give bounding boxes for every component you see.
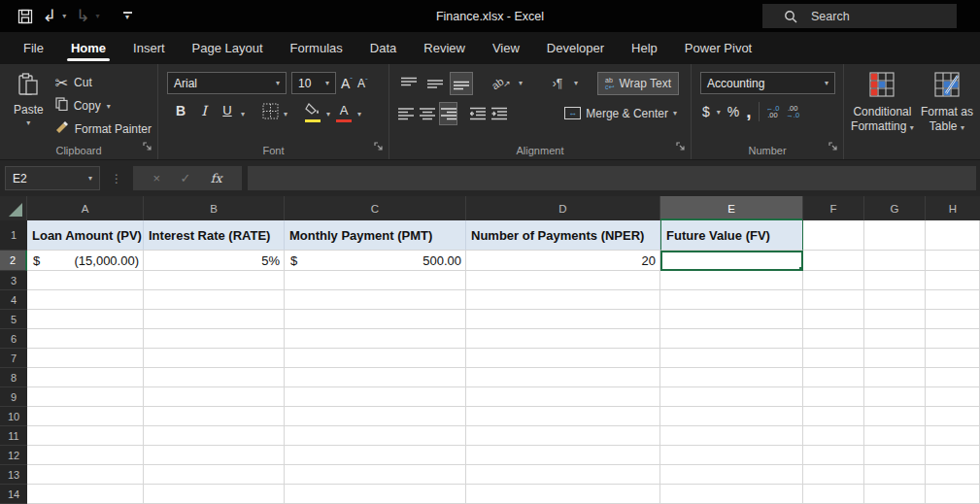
font-color-icon[interactable]: A (334, 103, 354, 124)
empty-cell[interactable] (803, 368, 864, 387)
increase-indent-icon[interactable] (490, 102, 509, 125)
cell-b2[interactable]: 5% (144, 251, 285, 271)
cell-c1[interactable]: Monthly Payment (PMT) (285, 220, 466, 251)
empty-cell[interactable] (926, 271, 980, 290)
empty-cell[interactable] (660, 349, 803, 368)
empty-cell[interactable] (27, 368, 144, 387)
column-header-g[interactable]: G (864, 196, 926, 220)
empty-cell[interactable] (466, 407, 660, 426)
tab-developer[interactable]: Developer (533, 32, 618, 64)
empty-cell[interactable] (27, 349, 144, 368)
empty-cell[interactable] (926, 387, 980, 407)
empty-cell[interactable] (466, 465, 660, 485)
empty-cell[interactable] (466, 426, 660, 446)
cell-d2[interactable]: 20 (466, 251, 660, 271)
tab-data[interactable]: Data (356, 32, 410, 64)
empty-cell[interactable] (864, 271, 926, 290)
empty-cell[interactable] (144, 290, 285, 310)
empty-cell[interactable] (926, 290, 980, 310)
clipboard-dialog-launcher-icon[interactable] (143, 138, 152, 155)
text-direction-dropdown-icon[interactable]: ▾ (574, 79, 578, 87)
column-header-e-selected[interactable]: E (660, 196, 803, 220)
middle-align-icon[interactable] (423, 72, 447, 95)
empty-cell[interactable] (144, 407, 285, 426)
empty-cell[interactable] (926, 465, 980, 485)
row-header[interactable]: 14 (0, 485, 27, 504)
empty-cell[interactable] (864, 465, 926, 485)
empty-cell[interactable] (27, 290, 144, 310)
empty-cell[interactable] (803, 310, 864, 329)
empty-cell[interactable] (27, 426, 144, 446)
empty-cell[interactable] (864, 368, 926, 387)
empty-cell[interactable] (285, 407, 466, 426)
empty-cell[interactable] (864, 349, 926, 368)
empty-cell[interactable] (803, 446, 864, 465)
empty-cell[interactable] (926, 368, 980, 387)
empty-cell[interactable] (27, 407, 144, 426)
font-size-combo[interactable]: 10▾ (291, 72, 336, 94)
formula-input[interactable] (248, 166, 976, 190)
empty-cell[interactable] (803, 485, 864, 504)
tab-file[interactable]: File (10, 32, 57, 64)
empty-cell[interactable] (466, 329, 660, 349)
empty-cell[interactable] (466, 271, 660, 290)
row-header[interactable]: 10 (0, 407, 27, 426)
row-header[interactable]: 8 (0, 368, 27, 387)
empty-cell[interactable] (27, 329, 144, 349)
empty-cell[interactable] (660, 329, 803, 349)
empty-cell[interactable] (803, 387, 864, 407)
undo-dropdown-icon[interactable]: ▾ (62, 12, 66, 20)
orientation-icon[interactable]: ab↗ (487, 72, 516, 95)
copy-dropdown-icon[interactable]: ▾ (107, 102, 111, 111)
merge-center-button[interactable]: ↔ Merge & Center ▾ (557, 102, 685, 125)
empty-cell[interactable] (144, 465, 285, 485)
top-align-icon[interactable] (397, 72, 421, 95)
cell-e2-active[interactable] (660, 251, 803, 271)
empty-cell[interactable] (144, 329, 285, 349)
row-header[interactable]: 6 (0, 329, 27, 349)
name-box[interactable]: E2 ▾ (5, 166, 100, 190)
italic-button[interactable]: I (194, 103, 214, 124)
empty-cell[interactable] (864, 485, 926, 504)
empty-cell[interactable] (285, 485, 466, 504)
cancel-icon[interactable]: × (152, 171, 160, 185)
cell-f2[interactable] (803, 251, 864, 271)
empty-cell[interactable] (285, 310, 466, 329)
increase-font-size-button[interactable]: Aˆ (341, 76, 353, 91)
alignment-dialog-launcher-icon[interactable] (676, 138, 686, 155)
row-header[interactable]: 13 (0, 465, 27, 485)
row-header[interactable]: 11 (0, 426, 27, 446)
fill-handle[interactable] (798, 266, 803, 271)
row-header[interactable]: 7 (0, 349, 27, 368)
decrease-decimal-icon[interactable]: .00→.0 (786, 105, 799, 119)
empty-cell[interactable] (926, 446, 980, 465)
cell-h1[interactable] (926, 220, 980, 251)
paste-dropdown-icon[interactable]: ▾ (26, 118, 30, 127)
tab-help[interactable]: Help (618, 32, 671, 64)
text-direction-icon[interactable]: ›¶ (544, 72, 571, 95)
empty-cell[interactable] (926, 407, 980, 426)
row-header[interactable]: 4 (0, 290, 27, 310)
column-header-a[interactable]: A (27, 196, 144, 220)
row-header-2-selected[interactable]: 2 (0, 251, 27, 271)
tab-view[interactable]: View (479, 32, 533, 64)
empty-cell[interactable] (864, 446, 926, 465)
tab-page-layout[interactable]: Page Layout (179, 32, 277, 64)
empty-cell[interactable] (27, 271, 144, 290)
empty-cell[interactable] (803, 407, 864, 426)
format-painter-button[interactable]: Format Painter (55, 120, 152, 138)
empty-cell[interactable] (285, 349, 466, 368)
accounting-format-button[interactable]: $ (702, 104, 710, 119)
empty-cell[interactable] (660, 446, 803, 465)
underline-dropdown-icon[interactable]: ▾ (241, 110, 245, 118)
format-as-table-button[interactable]: Format asTable ▾ (921, 72, 973, 159)
empty-cell[interactable] (803, 290, 864, 310)
cell-e1[interactable]: Future Value (FV) (660, 220, 803, 251)
customize-qat-icon[interactable]: ▾ (123, 12, 132, 20)
empty-cell[interactable] (864, 290, 926, 310)
empty-cell[interactable] (803, 465, 864, 485)
cell-f1[interactable] (803, 220, 864, 251)
empty-cell[interactable] (285, 387, 466, 407)
bottom-align-icon[interactable] (450, 72, 473, 95)
empty-cell[interactable] (285, 426, 466, 446)
